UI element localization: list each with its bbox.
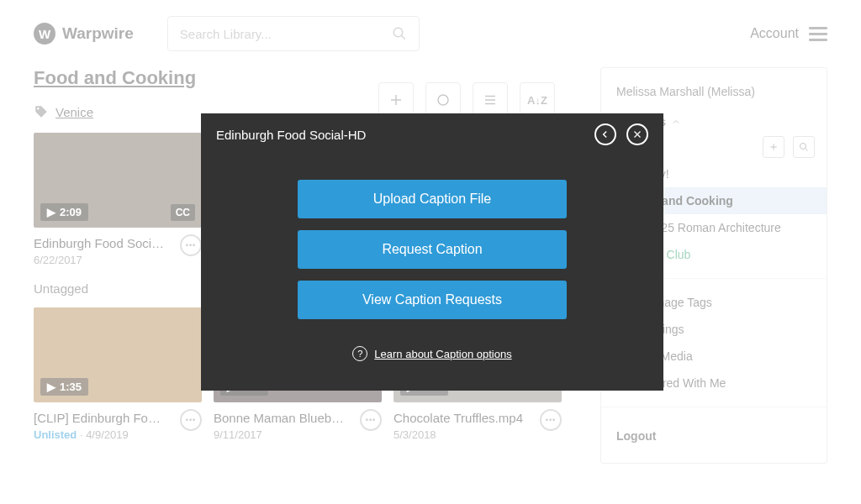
back-arrow-icon <box>600 129 611 140</box>
close-icon <box>632 129 642 139</box>
upload-caption-button[interactable]: Upload Caption File <box>298 180 567 218</box>
caption-modal: Edinburgh Food Social-HD Upload Caption … <box>201 113 663 391</box>
help-icon: ? <box>352 346 367 361</box>
learn-caption-options-link[interactable]: Learn about Caption options <box>374 348 511 360</box>
modal-close-button[interactable] <box>626 123 648 145</box>
view-caption-requests-button[interactable]: View Caption Requests <box>298 281 567 319</box>
request-caption-button[interactable]: Request Caption <box>298 230 567 269</box>
modal-back-button[interactable] <box>594 123 616 145</box>
modal-title: Edinburgh Food Social-HD <box>216 128 366 142</box>
